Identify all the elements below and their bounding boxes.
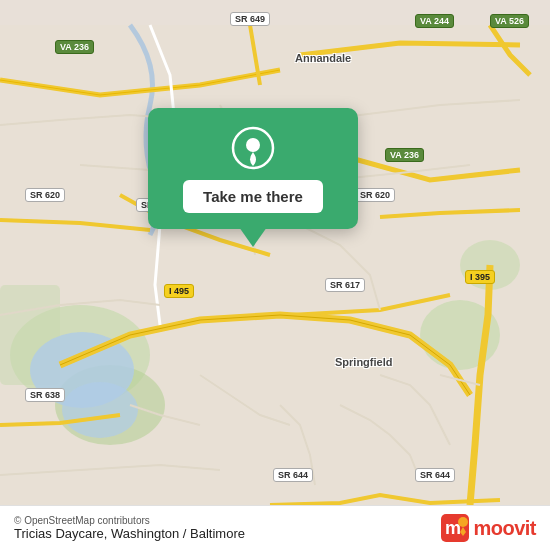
bottom-bar: © OpenStreetMap contributors Tricias Day… — [0, 505, 550, 550]
svg-point-7 — [62, 382, 138, 438]
road-badge-sr617: SR 617 — [325, 278, 365, 292]
take-me-there-button[interactable]: Take me there — [183, 180, 323, 213]
road-badge-sr644-2: SR 644 — [415, 468, 455, 482]
springfield-label: Springfield — [335, 356, 392, 368]
road-badge-va526: VA 526 — [490, 14, 529, 28]
road-badge-sr638: SR 638 — [25, 388, 65, 402]
road-badge-i495: I 495 — [164, 284, 194, 298]
svg-point-12 — [458, 517, 468, 527]
road-badge-i395: I 395 — [465, 270, 495, 284]
road-badge-va236-1: VA 236 — [55, 40, 94, 54]
bottom-bar-info: © OpenStreetMap contributors Tricias Day… — [14, 515, 245, 541]
moovit-logo: m moovit — [441, 514, 536, 542]
popup-card: Take me there — [148, 108, 358, 229]
road-badge-va236-2: VA 236 — [385, 148, 424, 162]
osm-credit: © OpenStreetMap contributors — [14, 515, 245, 526]
map-pin-icon — [231, 126, 275, 170]
road-badge-va244: VA 244 — [415, 14, 454, 28]
map-container: Annandale Springfield SR 649 VA 236 VA 2… — [0, 0, 550, 550]
road-badge-sr649: SR 649 — [230, 12, 270, 26]
annandale-label: Annandale — [295, 52, 351, 64]
road-badge-sr644-1: SR 644 — [273, 468, 313, 482]
road-badge-sr620-1: SR 620 — [25, 188, 65, 202]
moovit-text: moovit — [473, 517, 536, 540]
moovit-icon: m — [441, 514, 469, 542]
svg-point-9 — [246, 138, 260, 152]
location-name: Tricias Daycare, Washington / Baltimore — [14, 526, 245, 541]
road-badge-sr620-2: SR 620 — [355, 188, 395, 202]
